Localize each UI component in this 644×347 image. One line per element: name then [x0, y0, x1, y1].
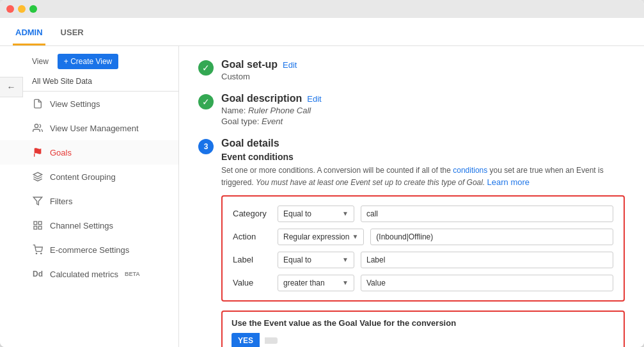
- svg-marker-2: [33, 197, 42, 205]
- sidebar-header: View + Create View: [0, 46, 178, 74]
- svg-point-8: [41, 253, 42, 254]
- goal-description-header: Goal description Edit: [221, 93, 625, 104]
- cart-icon: [32, 244, 43, 255]
- goal-setup-content: Goal set-up Edit Custom: [221, 59, 625, 83]
- sidebar: ← View + Create View All Web Site Data V…: [0, 46, 179, 347]
- sidebar-item-label: E-commerce Settings: [50, 245, 129, 255]
- website-data-label: All Web Site Data: [0, 74, 178, 92]
- sidebar-item-label: Calculated metrics: [50, 270, 118, 279]
- sidebar-item-filters[interactable]: Filters: [0, 189, 178, 213]
- goal-description-check-icon: ✓: [198, 94, 214, 109]
- sidebar-item-label: Goals: [50, 148, 72, 157]
- label-select[interactable]: Equal to ▼: [278, 252, 354, 268]
- sidebar-item-user-management[interactable]: View User Management: [0, 116, 178, 140]
- category-select[interactable]: Equal to ▼: [278, 206, 354, 222]
- goal-setup-check-icon: ✓: [198, 60, 214, 76]
- goal-details-title: Goal details: [221, 138, 279, 149]
- goal-setup-title: Goal set-up: [221, 59, 278, 70]
- sidebar-item-channel-settings[interactable]: Channel Settings: [0, 213, 178, 238]
- content-grouping-icon: [32, 171, 43, 182]
- goal-type-line: Goal type: Event: [221, 117, 625, 126]
- action-input[interactable]: [370, 229, 613, 245]
- goal-details-content: Goal details Event conditions Set one or…: [221, 138, 625, 347]
- goal-details-step: 3 Goal details Event conditions Set one …: [198, 138, 625, 347]
- condition-row-action: Action Regular expression ▼: [233, 229, 613, 245]
- calc-icon: Dd: [32, 268, 43, 280]
- value-label: Value: [233, 278, 271, 287]
- goal-details-number-icon: 3: [198, 139, 214, 154]
- close-button[interactable]: [6, 5, 14, 13]
- view-label: View: [32, 57, 49, 66]
- toggle-no-button[interactable]: [265, 337, 278, 344]
- top-nav: ADMIN USER: [0, 18, 644, 46]
- value-input[interactable]: [361, 275, 613, 291]
- filter-icon: [32, 195, 43, 207]
- sidebar-item-label: View User Management: [50, 124, 139, 133]
- flag-icon: [32, 147, 43, 158]
- event-conditions-title: Event conditions: [221, 152, 625, 162]
- goal-name-line: Name: Ruler Phone Call: [221, 106, 625, 115]
- goal-details-section: Event conditions Set one or more conditi…: [221, 152, 625, 347]
- content-area: ✓ Goal set-up Edit Custom ✓ Goal descrip…: [179, 46, 644, 347]
- goal-setup-header: Goal set-up Edit: [221, 59, 625, 70]
- goal-setup-edit-link[interactable]: Edit: [283, 60, 297, 70]
- svg-rect-5: [34, 226, 37, 229]
- action-select[interactable]: Regular expression ▼: [278, 229, 364, 245]
- svg-rect-3: [34, 222, 37, 225]
- main-content: ← View + Create View All Web Site Data V…: [0, 46, 644, 347]
- users-icon: [32, 122, 43, 134]
- toggle-yes-button[interactable]: YES: [232, 333, 260, 348]
- goal-description-edit-link[interactable]: Edit: [307, 94, 321, 104]
- event-conditions-desc: Set one or more conditions. A conversion…: [221, 165, 625, 189]
- sidebar-item-ecommerce[interactable]: E-commerce Settings: [0, 238, 178, 262]
- sidebar-item-content-grouping[interactable]: Content Grouping: [0, 165, 178, 189]
- goal-description-content: Goal description Edit Name: Ruler Phone …: [221, 93, 625, 127]
- toggle-row: YES: [232, 333, 615, 348]
- sidebar-item-label: Filters: [50, 197, 72, 206]
- goal-description-title: Goal description: [221, 93, 302, 104]
- tab-user[interactable]: USER: [58, 21, 86, 45]
- channel-icon: [32, 220, 43, 231]
- sidebar-item-calculated-metrics[interactable]: Dd Calculated metrics BETA: [0, 262, 178, 286]
- goal-setup-subtitle: Custom: [221, 72, 625, 81]
- condition-row-value: Value greater than ▼: [233, 275, 613, 291]
- goal-description-step: ✓ Goal description Edit Name: Ruler Phon…: [198, 93, 625, 127]
- category-input[interactable]: [361, 206, 613, 222]
- maximize-button[interactable]: [29, 5, 37, 13]
- label-input[interactable]: [361, 252, 613, 268]
- sidebar-item-goals[interactable]: Goals: [0, 140, 178, 165]
- label-label: Label: [233, 255, 271, 264]
- goal-details-header: Goal details: [221, 138, 625, 149]
- svg-rect-4: [38, 222, 42, 225]
- app-window: ADMIN USER ← View + Create View All Web …: [0, 0, 644, 347]
- create-view-button[interactable]: + Create View: [58, 54, 119, 69]
- document-icon: [32, 98, 43, 109]
- sidebar-item-label: Channel Settings: [50, 221, 113, 230]
- sidebar-item-label: View Settings: [50, 99, 100, 109]
- beta-badge: BETA: [125, 271, 140, 277]
- condition-row-label: Label Equal to ▼: [233, 252, 613, 268]
- event-value-title: Use the Event value as the Goal Value fo…: [232, 318, 615, 328]
- tab-admin[interactable]: ADMIN: [13, 21, 45, 45]
- event-value-box: Use the Event value as the Goal Value fo…: [221, 311, 625, 348]
- sidebar-item-view-settings[interactable]: View Settings: [0, 92, 178, 116]
- condition-row-category: Category Equal to ▼: [233, 206, 613, 222]
- title-bar: [0, 0, 644, 18]
- action-label: Action: [233, 232, 271, 241]
- minimize-button[interactable]: [18, 5, 26, 13]
- svg-rect-6: [38, 226, 42, 229]
- conditions-box: Category Equal to ▼ Action Regu: [221, 195, 625, 302]
- svg-point-7: [36, 253, 36, 254]
- svg-point-0: [35, 124, 38, 127]
- goal-setup-step: ✓ Goal set-up Edit Custom: [198, 59, 625, 83]
- learn-more-link[interactable]: Learn more: [487, 177, 530, 187]
- back-arrow-button[interactable]: ←: [0, 77, 23, 97]
- value-select[interactable]: greater than ▼: [278, 275, 354, 291]
- sidebar-item-label: Content Grouping: [50, 172, 116, 182]
- category-label: Category: [233, 209, 271, 218]
